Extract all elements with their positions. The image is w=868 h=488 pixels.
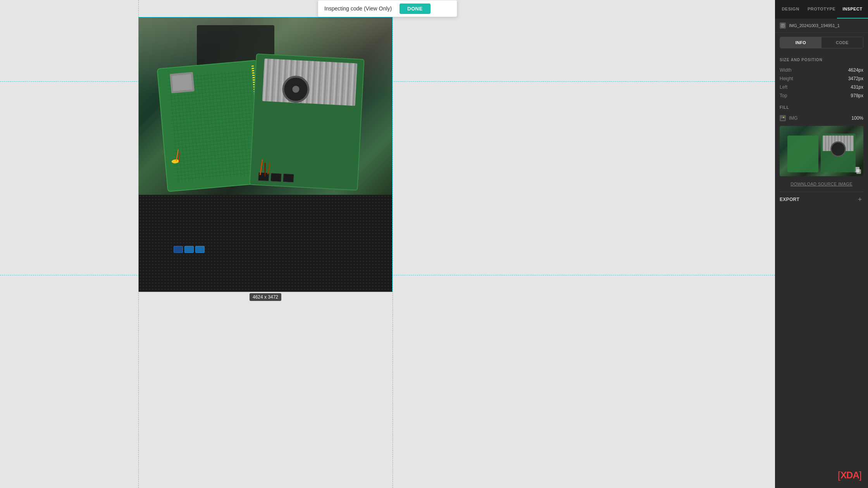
xda-bracket-left: [	[838, 470, 840, 480]
left-row: Left 431px	[780, 83, 863, 91]
top-label: Top	[780, 93, 787, 98]
panel-content: SIZE AND POSITION Width 4624px Height 34…	[775, 52, 868, 488]
frame-image	[139, 17, 392, 292]
image-thumbnail[interactable]	[780, 126, 863, 176]
svg-rect-5	[781, 119, 785, 120]
tab-prototype[interactable]: PROTOTYPE	[806, 0, 837, 19]
image-size-label: 4624 x 3472	[250, 293, 281, 301]
height-value: 3472px	[848, 76, 863, 81]
sub-tab-code[interactable]: CODE	[822, 37, 863, 48]
export-row: EXPORT +	[780, 192, 863, 207]
fill-opacity: 100%	[851, 115, 863, 121]
height-row: Height 3472px	[780, 74, 863, 83]
fill-type-label: IMG	[789, 115, 798, 121]
tab-inspect[interactable]: INSPECT	[837, 0, 868, 19]
xda-text: XDA	[840, 471, 859, 480]
done-button[interactable]: DONE	[400, 3, 431, 14]
height-label: Height	[780, 76, 793, 81]
svg-point-6	[783, 117, 784, 118]
xda-bracket-right: ]	[859, 470, 862, 480]
inspect-bar: Inspecting code (View Only) DONE	[318, 0, 457, 17]
size-position-title: SIZE AND POSITION	[780, 58, 863, 62]
sub-tabs: INFO CODE	[780, 37, 863, 48]
top-value: 978px	[851, 93, 863, 98]
panel-tabs: DESIGN PROTOTYPE INSPECT	[775, 0, 868, 19]
download-link[interactable]: DOWNLOAD SOURCE IMAGE	[780, 179, 863, 189]
fill-row: IMG 100%	[780, 113, 863, 123]
export-add-icon[interactable]: +	[856, 196, 863, 203]
filename-text: IMG_20241003_194951_1	[789, 23, 840, 28]
frame-container: 4624 x 3472	[138, 17, 393, 292]
fill-img-icon	[780, 115, 786, 121]
width-row: Width 4624px	[780, 66, 863, 74]
canvas-area: Inspecting code (View Only) DONE	[0, 0, 775, 488]
left-value: 431px	[851, 84, 863, 90]
guide-line-v2	[393, 0, 393, 488]
xda-logo: [ XDA ]	[838, 470, 862, 480]
left-label: Left	[780, 84, 787, 90]
board-right	[249, 53, 364, 191]
width-value: 4624px	[848, 67, 863, 73]
export-label: EXPORT	[780, 197, 799, 202]
tab-design[interactable]: DESIGN	[775, 0, 806, 19]
panel-filename-row: IMG_20241003_194951_1	[775, 19, 868, 33]
sub-tab-info[interactable]: INFO	[780, 37, 822, 48]
file-icon	[780, 22, 786, 29]
width-label: Width	[780, 67, 792, 73]
mat-surface	[139, 195, 392, 292]
fill-section-title: FILL	[780, 105, 863, 110]
right-panel: DESIGN PROTOTYPE INSPECT IMG_20241003_19…	[775, 0, 868, 488]
inspect-bar-text: Inspecting code (View Only)	[324, 5, 392, 12]
top-row: Top 978px	[780, 91, 863, 100]
